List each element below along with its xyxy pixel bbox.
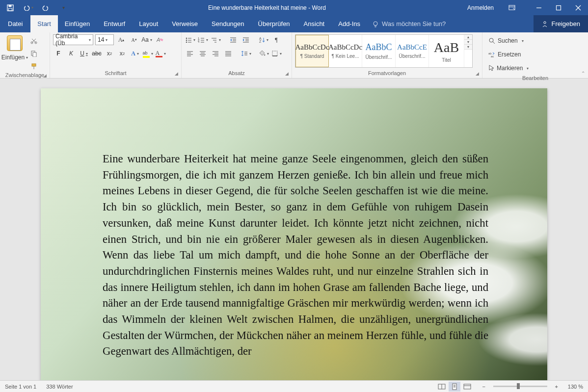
document-scroll-area[interactable]: Eine wunderbare Heiterkeit hat meine gan… — [0, 78, 588, 380]
paragraph-launcher-icon[interactable]: ◢ — [285, 71, 289, 76]
status-page[interactable]: Seite 1 von 1 — [5, 384, 36, 390]
line-spacing-icon[interactable] — [241, 48, 251, 59]
cut-icon[interactable] — [28, 35, 39, 46]
bold-button[interactable]: F — [53, 48, 64, 59]
align-right-icon[interactable] — [210, 48, 221, 59]
zoom-out-button[interactable]: − — [478, 382, 490, 392]
svg-text:Z: Z — [259, 40, 262, 43]
svg-text:3: 3 — [198, 41, 200, 43]
save-icon[interactable] — [5, 2, 16, 13]
style-heading2[interactable]: AaBbCcEÜberschrif... — [396, 35, 429, 67]
svg-rect-65 — [272, 51, 277, 56]
gallery-more-icon[interactable]: ▾ — [464, 45, 472, 50]
tab-insert[interactable]: Einfügen — [58, 15, 97, 32]
shrink-font-icon[interactable]: A▾ — [129, 34, 139, 45]
italic-button[interactable]: K — [66, 48, 77, 59]
tab-file[interactable]: Datei — [0, 15, 30, 32]
svg-rect-2 — [9, 8, 12, 11]
collapse-ribbon-icon[interactable]: ⌃ — [581, 71, 585, 76]
tab-design[interactable]: Entwurf — [97, 15, 132, 32]
subscript-button[interactable]: x2 — [104, 48, 115, 59]
numbering-icon[interactable]: 123 — [197, 34, 208, 45]
svg-rect-1 — [9, 5, 12, 7]
zoom-slider[interactable] — [493, 386, 547, 387]
style-heading1[interactable]: AaBbCÜberschrif... — [362, 35, 396, 67]
undo-icon[interactable] — [23, 2, 33, 13]
text-effects-icon[interactable]: A — [130, 48, 140, 59]
zoom-level[interactable]: 130 % — [568, 384, 583, 390]
read-mode-icon[interactable] — [436, 382, 448, 392]
format-painter-icon[interactable] — [28, 61, 39, 72]
copy-icon[interactable] — [28, 48, 39, 59]
grow-font-icon[interactable]: A▴ — [116, 34, 127, 45]
document-body-text[interactable]: Eine wunderbare Heiterkeit hat meine gan… — [41, 88, 547, 360]
tab-addins[interactable]: Add-Ins — [331, 15, 367, 32]
redo-icon[interactable] — [40, 2, 51, 13]
svg-point-24 — [186, 42, 187, 43]
minimize-icon[interactable] — [529, 5, 549, 11]
web-layout-icon[interactable] — [461, 382, 473, 392]
tab-layout[interactable]: Layout — [132, 15, 165, 32]
svg-text:A: A — [156, 37, 160, 43]
font-color-icon[interactable]: A — [155, 48, 166, 59]
maximize-icon[interactable] — [549, 5, 568, 11]
group-edit-label: Bearbeiten — [485, 75, 585, 82]
sort-icon[interactable]: AZ — [258, 34, 269, 45]
svg-point-67 — [489, 38, 493, 42]
tab-mailings[interactable]: Sendungen — [205, 15, 251, 32]
styles-gallery[interactable]: AaBbCcDc¶ Standard AaBbCcDc¶ Kein Lee...… — [295, 34, 473, 68]
underline-button[interactable]: U — [79, 48, 89, 59]
select-button[interactable]: Markieren — [488, 63, 529, 74]
gallery-up-icon[interactable]: ▴ — [464, 35, 472, 40]
search-icon — [488, 37, 495, 44]
find-button[interactable]: Suchen — [488, 35, 529, 46]
replace-button[interactable]: abacErsetzen — [488, 49, 529, 60]
tab-review[interactable]: Überprüfen — [251, 15, 297, 32]
change-case-icon[interactable]: Aa — [141, 34, 152, 45]
style-no-spacing[interactable]: AaBbCcDc¶ Kein Lee... — [329, 35, 362, 67]
show-marks-icon[interactable]: ¶ — [271, 34, 282, 45]
strike-button[interactable]: abc — [91, 48, 102, 59]
multilevel-icon[interactable] — [210, 34, 221, 45]
qat-customize-icon[interactable]: ▾ — [58, 2, 69, 13]
svg-line-68 — [493, 42, 495, 44]
font-launcher-icon[interactable]: ◢ — [175, 71, 178, 76]
gallery-down-icon[interactable]: ▾ — [464, 40, 472, 45]
align-justify-icon[interactable] — [223, 48, 234, 59]
svg-point-22 — [186, 40, 187, 41]
sign-in-link[interactable]: Anmelden — [467, 4, 494, 11]
font-name-combo[interactable]: Cambria (Üb — [53, 34, 93, 45]
style-standard[interactable]: AaBbCcDc¶ Standard — [295, 35, 329, 67]
ribbon-display-icon[interactable] — [502, 5, 522, 11]
close-icon[interactable] — [568, 5, 588, 11]
paste-button[interactable]: Einfügen — [1, 52, 28, 63]
superscript-button[interactable]: x2 — [117, 48, 128, 59]
clear-format-icon[interactable]: A — [154, 34, 165, 45]
print-layout-icon[interactable] — [449, 382, 460, 392]
tab-view[interactable]: Ansicht — [297, 15, 332, 32]
share-label: Freigeben — [551, 20, 580, 27]
align-center-icon[interactable] — [197, 48, 208, 59]
zoom-in-button[interactable]: + — [551, 382, 562, 392]
page[interactable]: Eine wunderbare Heiterkeit hat meine gan… — [41, 88, 547, 380]
bullets-icon[interactable] — [185, 34, 195, 45]
share-icon — [541, 21, 548, 27]
group-paragraph-label: Absatz◢ — [185, 70, 289, 77]
paste-icon[interactable] — [7, 35, 23, 51]
style-title[interactable]: AaBTitel — [429, 35, 464, 67]
shading-icon[interactable] — [258, 48, 269, 59]
decrease-indent-icon[interactable] — [228, 34, 239, 45]
status-word-count[interactable]: 338 Wörter — [46, 384, 73, 390]
align-left-icon[interactable] — [185, 48, 195, 59]
increase-indent-icon[interactable] — [241, 34, 251, 45]
tab-start[interactable]: Start — [30, 15, 57, 32]
borders-icon[interactable] — [271, 48, 282, 59]
share-button[interactable]: Freigeben — [534, 15, 588, 32]
clipboard-launcher-icon[interactable]: ◢ — [43, 73, 47, 78]
tab-references[interactable]: Verweise — [165, 15, 205, 32]
highlight-icon[interactable]: ab — [142, 48, 153, 59]
tell-me-search[interactable]: Was möchten Sie tun? — [367, 15, 451, 32]
group-clipboard-label: Zwischenablage◢ — [3, 72, 47, 79]
font-size-combo[interactable]: 14 — [95, 34, 114, 45]
styles-launcher-icon[interactable]: ◢ — [476, 71, 479, 76]
